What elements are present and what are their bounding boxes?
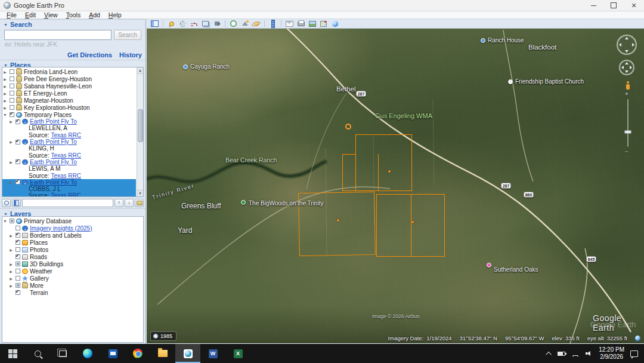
places-folder-row[interactable]: ▶Sabana Haynesville-Leon — [2, 82, 136, 90]
collapse-arrow-icon[interactable]: ▼ — [2, 219, 8, 223]
layer-row-imagery-insights[interactable]: Imagery insights (2025) — [2, 224, 143, 232]
layer-label[interactable]: Imagery insights (2025) — [30, 225, 92, 232]
places-folder-row[interactable]: ▶Pee Dee Energy-Houston — [2, 75, 136, 82]
checkbox[interactable] — [16, 226, 20, 230]
move-down-arrow-icon[interactable] — [625, 70, 628, 73]
flyto-link[interactable]: Earth Point Fly To — [30, 179, 77, 186]
checkbox[interactable] — [16, 233, 20, 238]
move-joystick[interactable] — [619, 60, 634, 75]
look-joystick[interactable] — [617, 35, 637, 55]
historical-imagery-year-button[interactable]: 1985 — [150, 331, 177, 341]
sunlight-button[interactable] — [240, 20, 249, 27]
battery-icon[interactable] — [558, 352, 565, 356]
search-input[interactable] — [4, 30, 112, 40]
look-down-arrow-icon[interactable] — [625, 50, 628, 53]
well-marker[interactable] — [388, 170, 391, 173]
search-places-button[interactable] — [2, 199, 11, 207]
checkbox[interactable] — [16, 262, 20, 266]
well-marker[interactable] — [337, 219, 339, 222]
sutherland-poi-icon[interactable] — [487, 263, 491, 267]
taskbar-clock[interactable]: 12:20 PM 2/9/2026 — [599, 346, 624, 361]
expand-arrow-icon[interactable]: ▶ — [2, 99, 8, 103]
checkbox[interactable] — [16, 140, 20, 144]
word-taskbar-button[interactable]: W — [200, 344, 225, 363]
look-left-arrow-icon[interactable] — [619, 43, 621, 47]
add-placemark-button[interactable] — [167, 20, 176, 27]
move-up-arrow-icon[interactable] — [625, 62, 628, 64]
flyto-item-lewellen[interactable]: ▶Earth Point Fly To LEWELLEN, A Source:T… — [2, 118, 136, 139]
chrome-taskbar-button[interactable] — [125, 344, 150, 363]
action-center-icon[interactable] — [630, 350, 638, 357]
checkbox[interactable] — [10, 84, 14, 88]
checkbox[interactable] — [16, 119, 20, 124]
expand-arrow-icon[interactable]: ▶ — [2, 70, 8, 74]
menu-help[interactable]: Help — [104, 11, 126, 19]
view-in-google-maps-button[interactable] — [319, 20, 328, 27]
flyto-link[interactable]: Earth Point Fly To — [30, 159, 77, 165]
checkbox[interactable] — [10, 91, 14, 96]
park-poi-icon[interactable] — [241, 200, 246, 205]
source-link[interactable]: Texas RRC — [51, 132, 81, 139]
flyto-item-cobbs-selected[interactable]: ▶Earth Point Fly To COBBS, J L Source:Te… — [2, 179, 136, 197]
places-filter-input[interactable] — [22, 199, 113, 207]
checkbox[interactable] — [16, 180, 20, 184]
mail-taskbar-button[interactable] — [100, 344, 125, 363]
hide-sidebar-button[interactable] — [150, 20, 159, 27]
taskbar-search-button[interactable] — [25, 344, 50, 363]
checkbox[interactable] — [16, 159, 20, 164]
next-result-button[interactable]: ↓ — [125, 199, 134, 207]
well-marker-ring[interactable] — [345, 124, 351, 130]
look-right-arrow-icon[interactable] — [632, 43, 634, 47]
checkbox[interactable] — [16, 269, 20, 273]
layer-row-terrain[interactable]: Terrain — [2, 289, 143, 296]
zoom-thumb[interactable] — [624, 130, 631, 134]
expand-arrow-icon[interactable]: ▶ — [8, 160, 14, 164]
checkbox[interactable] — [16, 276, 20, 281]
checkbox[interactable] — [16, 247, 20, 252]
pegman-street-view[interactable] — [625, 81, 631, 90]
volume-icon[interactable] — [586, 351, 593, 356]
checkbox[interactable] — [10, 69, 14, 74]
checkbox[interactable] — [10, 76, 14, 81]
checkbox[interactable] — [16, 283, 20, 288]
scroll-down-arrow[interactable]: ▼ — [137, 190, 143, 196]
menu-file[interactable]: File — [2, 11, 21, 19]
layer-row-3d-buildings[interactable]: ▶3D Buildings — [2, 260, 143, 267]
email-button[interactable] — [285, 20, 294, 27]
temporary-places-row[interactable]: ▼Temporary Places — [2, 111, 136, 118]
expand-arrow-icon[interactable]: ▶ — [8, 269, 14, 273]
save-image-button[interactable] — [308, 20, 317, 27]
search-button[interactable]: Search — [114, 30, 141, 40]
checkbox[interactable] — [16, 290, 20, 295]
zoom-slider[interactable]: + − — [626, 93, 630, 153]
globe-button[interactable] — [330, 20, 339, 27]
historical-imagery-button[interactable] — [229, 20, 238, 27]
previous-result-button[interactable]: ↑ — [114, 199, 123, 207]
start-button[interactable] — [0, 344, 25, 363]
add-polygon-button[interactable] — [178, 20, 187, 27]
places-folder-row[interactable]: ▶Magnetar-Houston — [2, 97, 136, 104]
flyto-item-kling[interactable]: ▶Earth Point Fly To KLING, H Source:Texa… — [2, 139, 136, 159]
menu-tools[interactable]: Tools — [62, 11, 85, 19]
expand-arrow-icon[interactable]: ▶ — [8, 248, 14, 252]
layer-row-photos[interactable]: ▶Photos — [2, 246, 143, 253]
ranch-house-poi-icon[interactable] — [481, 38, 485, 43]
menu-edit[interactable]: Edit — [21, 11, 40, 19]
expand-arrow-icon[interactable]: ▶ — [8, 284, 14, 288]
collapse-arrow-icon[interactable]: ▼ — [2, 113, 8, 117]
ruler-button[interactable] — [268, 20, 277, 27]
file-explorer-taskbar-button[interactable] — [150, 344, 175, 363]
checkbox[interactable] — [16, 240, 20, 245]
flyto-link[interactable]: Earth Point Fly To — [30, 139, 77, 145]
flyto-link[interactable]: Earth Point Fly To — [30, 118, 77, 125]
print-button[interactable] — [296, 20, 305, 27]
edge-taskbar-button[interactable] — [75, 344, 100, 363]
google-earth-taskbar-button[interactable] — [175, 344, 200, 363]
move-right-arrow-icon[interactable] — [630, 66, 632, 69]
flyto-item-lewis[interactable]: ▶Earth Point Fly To LEWIS, A M Source:Te… — [2, 159, 136, 179]
map-viewport[interactable]: Cayuga Ranch Ranch House Blackfoot Frien… — [147, 29, 644, 343]
expand-arrow-icon[interactable]: ▶ — [2, 106, 8, 110]
search-panel-header[interactable]: ▼ Search — [0, 19, 145, 29]
expand-arrow-icon[interactable]: ▶ — [2, 84, 8, 88]
history-link[interactable]: History — [119, 51, 142, 59]
